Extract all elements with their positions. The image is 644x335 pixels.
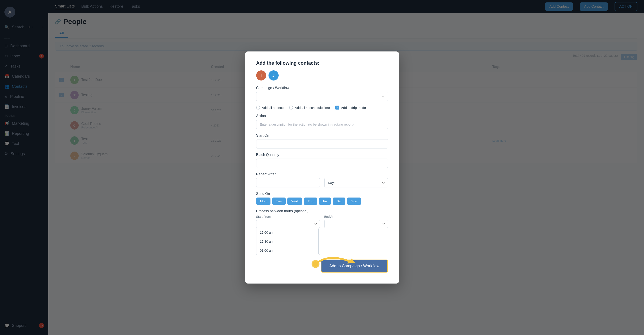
submit-button[interactable]: Add to Campaign / Workflow	[321, 259, 388, 272]
campaign-select[interactable]	[256, 92, 388, 101]
repeat-after-label: Repeat After	[256, 172, 388, 176]
repeat-after-row: Days Hours Weeks	[256, 178, 388, 187]
hours-section: Process between hours (optional) Start F…	[256, 209, 388, 255]
mode-option-drip[interactable]: ✓ Add in drip mode	[335, 106, 366, 110]
batch-qty-label: Batch Quantity	[256, 153, 388, 157]
end-at-select[interactable]: 12:00 am 12:30 am	[324, 220, 388, 228]
mode-option-schedule[interactable]: Add all at schedule time	[289, 106, 330, 110]
day-btn-sat[interactable]: Sat	[333, 198, 346, 205]
start-on-label: Start On	[256, 134, 388, 137]
dropdown-list: 12:00 am 12:30 am 01:00 am	[256, 228, 320, 255]
send-on-form-group: Send On Mon Tue Wed Thu Fri Sat Sun	[256, 192, 388, 205]
action-label: Action	[256, 114, 388, 118]
end-at-col: End At 12:00 am 12:30 am	[324, 215, 388, 255]
modal-dialog: Add the following contacts: T J Campaign…	[245, 52, 399, 283]
batch-qty-input[interactable]	[256, 159, 388, 168]
modal-contact-avatars: T J	[256, 70, 388, 81]
send-on-label: Send On	[256, 192, 388, 196]
start-from-select[interactable]: 12:00 am 12:30 am 01:00 am	[256, 220, 320, 228]
action-input[interactable]	[256, 120, 388, 129]
dropdown-option-1230am[interactable]: 12:30 am	[256, 237, 320, 246]
checkbox-drip[interactable]: ✓	[335, 106, 339, 110]
submit-row: Add to Campaign / Workflow	[256, 259, 388, 272]
dropdown-scrollbar[interactable]	[318, 228, 319, 254]
modal-contact-avatar-j: J	[268, 70, 278, 81]
start-from-select-wrap: 12:00 am 12:30 am 01:00 am	[256, 220, 320, 228]
start-from-label: Start From	[256, 215, 320, 218]
repeat-after-form-group: Repeat After Days Hours Weeks	[256, 172, 388, 187]
campaign-form-group: Campaign / Workflow	[256, 86, 388, 101]
repeat-unit-select[interactable]: Days Hours Weeks	[324, 178, 388, 187]
end-at-label: End At	[324, 215, 388, 218]
dropdown-option-1200am[interactable]: 12:00 am	[256, 228, 320, 237]
repeat-after-input[interactable]	[256, 178, 320, 187]
radio-once[interactable]	[256, 106, 260, 110]
dropdown-option-0100am[interactable]: 01:00 am	[256, 246, 320, 255]
day-buttons-row: Mon Tue Wed Thu Fri Sat Sun	[256, 198, 388, 205]
day-btn-wed[interactable]: Wed	[288, 198, 302, 205]
modal-contact-avatar-t: T	[256, 70, 266, 81]
start-from-col: Start From 12:00 am 12:30 am 01:00 am 12…	[256, 215, 320, 255]
start-from-dropdown: 12:00 am 12:30 am 01:00 am	[256, 228, 320, 255]
modal-title: Add the following contacts:	[256, 60, 388, 66]
action-form-group: Action	[256, 114, 388, 129]
hours-label: Process between hours (optional)	[256, 209, 388, 213]
day-btn-sun[interactable]: Sun	[347, 198, 361, 205]
radio-schedule[interactable]	[289, 106, 293, 110]
batch-qty-form-group: Batch Quantity	[256, 153, 388, 168]
start-on-input[interactable]	[256, 139, 388, 148]
day-btn-tue[interactable]: Tue	[272, 198, 286, 205]
modal-overlay: Add the following contacts: T J Campaign…	[0, 0, 644, 335]
start-on-form-group: Start On	[256, 134, 388, 148]
day-btn-thu[interactable]: Thu	[304, 198, 318, 205]
day-btn-fri[interactable]: Fri	[319, 198, 331, 205]
campaign-label: Campaign / Workflow	[256, 86, 388, 90]
day-btn-mon[interactable]: Mon	[256, 198, 270, 205]
hours-cols: Start From 12:00 am 12:30 am 01:00 am 12…	[256, 215, 388, 255]
mode-options: Add all at once Add all at schedule time…	[256, 106, 388, 110]
mode-option-once[interactable]: Add all at once	[256, 106, 284, 110]
